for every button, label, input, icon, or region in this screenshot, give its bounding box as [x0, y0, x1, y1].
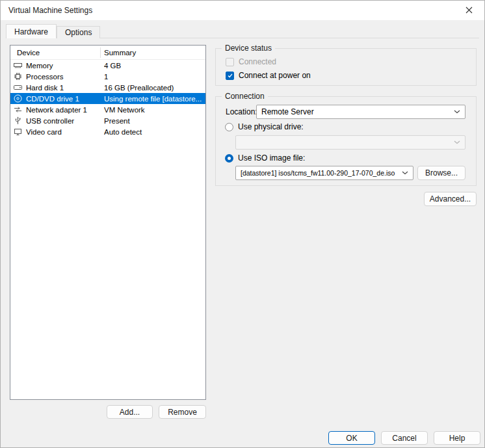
- title-bar: Virtual Machine Settings: [1, 1, 484, 20]
- chevron-down-icon: [454, 110, 460, 114]
- window-title: Virtual Machine Settings: [8, 1, 92, 20]
- device-summary: 1: [104, 73, 205, 81]
- location-value: Remote Server: [261, 107, 451, 116]
- add-button[interactable]: Add...: [107, 405, 153, 419]
- browse-button[interactable]: Browse...: [417, 166, 465, 180]
- device-row-processors[interactable]: Processors 1: [10, 71, 205, 82]
- checkbox-icon: [226, 58, 234, 66]
- chevron-down-icon: [454, 140, 460, 144]
- device-row-video-card[interactable]: Video card Auto detect: [10, 126, 205, 137]
- location-label: Location:: [226, 107, 257, 116]
- iso-file-dropdown[interactable]: [datastore1] isos/tcms_fw11.00-290_17-07…: [235, 166, 413, 180]
- radio-icon: [225, 123, 233, 131]
- memory-icon: [14, 61, 22, 70]
- hard-disk-icon: [14, 83, 22, 92]
- device-list-header: Device Summary: [10, 46, 205, 60]
- device-name: Network adapter 1: [26, 106, 104, 114]
- video-card-icon: [14, 127, 22, 136]
- connection-title: Connection: [222, 92, 268, 101]
- device-name: USB controller: [26, 117, 104, 125]
- column-separator: [100, 47, 101, 58]
- close-button[interactable]: [457, 1, 480, 20]
- cd-dvd-icon: [14, 94, 22, 103]
- device-row-memory[interactable]: Memory 4 GB: [10, 60, 205, 71]
- device-status-group: Device status Connected Connect at power…: [215, 48, 477, 86]
- location-dropdown[interactable]: Remote Server: [256, 105, 465, 119]
- device-summary: Auto detect: [104, 128, 205, 136]
- use-iso-image-radio[interactable]: Use ISO image file:: [225, 153, 305, 163]
- usb-icon: [14, 116, 22, 125]
- processor-icon: [14, 72, 22, 81]
- device-summary: 16 GB (Preallocated): [104, 84, 205, 92]
- network-adapter-icon: [14, 105, 22, 114]
- connect-at-power-on-checkbox[interactable]: Connect at power on: [226, 71, 311, 80]
- device-row-usb-controller[interactable]: USB controller Present: [10, 115, 205, 126]
- device-summary: 4 GB: [104, 62, 205, 70]
- device-row-network-adapter[interactable]: Network adapter 1 VM Network: [10, 104, 205, 115]
- device-status-title: Device status: [222, 44, 275, 53]
- remove-button[interactable]: Remove: [159, 405, 206, 419]
- device-name: CD/DVD drive 1: [26, 95, 104, 103]
- column-header-device[interactable]: Device: [17, 46, 40, 60]
- connected-label: Connected: [239, 57, 276, 66]
- connection-group: Connection Location: Remote Server Use p…: [215, 96, 477, 186]
- help-button[interactable]: Help: [434, 431, 480, 445]
- device-list: Device Summary Memory 4 GB Processors 1 …: [10, 45, 206, 400]
- advanced-button[interactable]: Advanced...: [424, 192, 477, 206]
- iso-file-value: [datastore1] isos/tcms_fw11.00-290_17-07…: [241, 169, 399, 177]
- use-physical-drive-radio[interactable]: Use physical drive:: [225, 122, 304, 131]
- device-name: Video card: [26, 128, 104, 136]
- radio-selected-icon: [225, 154, 233, 163]
- connect-at-power-on-label: Connect at power on: [239, 71, 311, 80]
- device-name: Memory: [26, 62, 104, 70]
- use-physical-drive-label: Use physical drive:: [238, 122, 304, 131]
- device-name: Hard disk 1: [26, 84, 104, 92]
- checkbox-checked-icon: [226, 72, 234, 80]
- device-summary: VM Network: [104, 106, 205, 114]
- device-summary: Using remote file [datastore...: [104, 95, 205, 103]
- tab-hardware[interactable]: Hardware: [6, 24, 57, 38]
- device-row-hard-disk[interactable]: Hard disk 1 16 GB (Preallocated): [10, 82, 205, 93]
- device-summary: Present: [104, 117, 205, 125]
- device-row-cd-dvd[interactable]: CD/DVD drive 1 Using remote file [datast…: [10, 93, 205, 104]
- connected-checkbox[interactable]: Connected: [226, 57, 276, 66]
- tab-options[interactable]: Options: [57, 26, 100, 38]
- cancel-button[interactable]: Cancel: [381, 431, 428, 445]
- ok-button[interactable]: OK: [328, 431, 375, 445]
- tab-strip: Hardware Options: [6, 24, 100, 38]
- chevron-down-icon: [402, 171, 408, 175]
- virtual-machine-settings-dialog: Virtual Machine Settings Hardware Option…: [0, 0, 485, 448]
- close-icon: [465, 6, 473, 16]
- use-iso-image-label: Use ISO image file:: [238, 153, 305, 163]
- device-name: Processors: [26, 73, 104, 81]
- column-header-summary[interactable]: Summary: [104, 46, 136, 60]
- physical-drive-dropdown[interactable]: [235, 135, 465, 150]
